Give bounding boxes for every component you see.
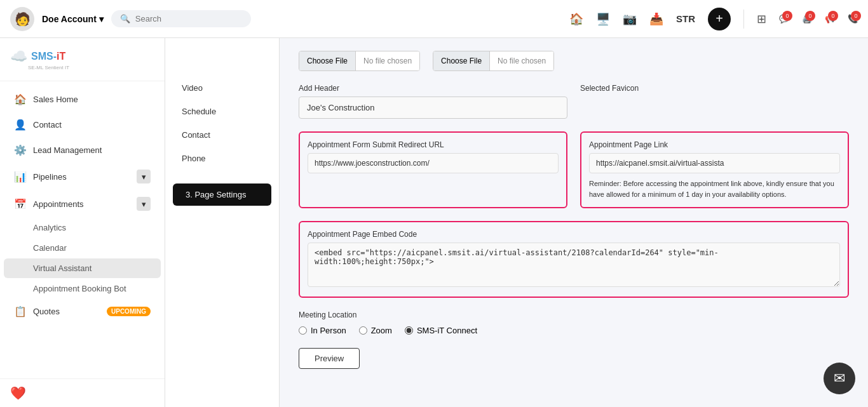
in-person-label: In Person: [311, 326, 346, 335]
message-badge-icon[interactable]: 💬 0: [779, 14, 789, 23]
header-favicon-row: Add Header Selected Favicon: [299, 84, 849, 119]
account-name-text: Doe Account: [42, 14, 97, 24]
sms-it-connect-label: SMS-iT Connect: [417, 326, 477, 335]
choose-file-button-1[interactable]: Choose File: [299, 51, 356, 70]
search-input[interactable]: [135, 14, 242, 23]
str-label[interactable]: STR: [676, 13, 695, 24]
sidebar-item-analytics[interactable]: Analytics: [4, 218, 161, 237]
account-name[interactable]: Doe Account ▾: [42, 14, 104, 24]
sidebar-item-label: Sales Home: [33, 95, 78, 104]
grid-icon[interactable]: ⊞: [757, 12, 766, 26]
meeting-location-radio-group: In Person Zoom SMS-iT Connect: [299, 326, 849, 335]
sec-item-contact[interactable]: Contact: [169, 124, 275, 146]
add-header-input[interactable]: [299, 97, 567, 119]
add-header-label: Add Header: [299, 84, 567, 93]
main-content: Choose File No file chosen Choose File N…: [280, 38, 868, 407]
sidebar-item-calendar[interactable]: Calendar: [4, 238, 161, 258]
sidebar-item-appointment-booking-bot[interactable]: Appointment Booking Bot: [4, 279, 161, 298]
appointment-page-link-label: Appointment Page Link: [589, 140, 840, 149]
appointment-page-link-reminder: Reminder: Before accessing the appointme…: [589, 178, 840, 199]
file-input-2: Choose File No file chosen: [433, 51, 554, 71]
appointment-page-link-input[interactable]: [589, 153, 840, 173]
chat-bubble-icon: ✉: [834, 370, 845, 387]
appointment-form-submit-url-label: Appointment Form Submit Redirect URL: [308, 140, 559, 149]
sec-item-phone[interactable]: Phone: [169, 147, 275, 170]
bell-badge-count: 0: [828, 11, 838, 21]
pipelines-icon: 📊: [14, 171, 27, 183]
camera-nav-icon[interactable]: 📷: [623, 12, 637, 26]
secondary-sidebar: Video Schedule Contact Phone 3. Page Set…: [165, 38, 280, 407]
sidebar-item-label: Appointments: [33, 199, 84, 209]
phone-badge-icon[interactable]: 📞 0: [848, 14, 858, 23]
appointments-icon: 📅: [14, 198, 27, 210]
appointment-links-row: Appointment Form Submit Redirect URL App…: [299, 131, 849, 208]
sidebar-item-quotes[interactable]: 📋 Quotes UPCOMING: [4, 299, 161, 324]
sidebar-item-appointments[interactable]: 📅 Appointments ▾: [4, 190, 161, 217]
appointment-form-submit-url-group: Appointment Form Submit Redirect URL: [299, 131, 567, 208]
file-input-1: Choose File No file chosen: [299, 51, 420, 71]
nav-icons-center: 🏠 🖥️ 📷 📥 STR + ⊞ 💬 0 🖨️ 0 📢 0 📞 0: [569, 8, 858, 30]
contact-icon: 👤: [14, 119, 27, 131]
search-bar[interactable]: 🔍: [111, 10, 251, 27]
in-person-radio[interactable]: [299, 326, 307, 335]
top-nav: 🧑 Doe Account ▾ 🔍 🏠 🖥️ 📷 📥 STR + ⊞ 💬 0 🖨…: [0, 0, 868, 38]
tray-nav-icon[interactable]: 📥: [649, 12, 663, 26]
it-text: iT: [57, 51, 65, 62]
sms-it-connect-radio[interactable]: [405, 326, 413, 335]
chevron-down-icon: ▾: [142, 199, 146, 209]
page-settings-step[interactable]: 3. Page Settings: [173, 183, 271, 206]
sms-it-connect-option[interactable]: SMS-iT Connect: [405, 326, 477, 335]
file-row: Choose File No file chosen Choose File N…: [299, 51, 849, 71]
sidebar-item-label: Contact: [33, 120, 62, 130]
choose-file-button-2[interactable]: Choose File: [433, 51, 490, 70]
phone-badge-count: 0: [851, 11, 861, 21]
no-file-chosen-1: No file chosen: [356, 51, 419, 70]
sidebar-item-virtual-assistant[interactable]: Virtual Assistant: [4, 258, 161, 278]
smsit-tagline: SE-ML Sentient IT: [28, 65, 69, 70]
smsit-name: SMS-iT: [31, 51, 65, 62]
print-badge-icon[interactable]: 🖨️ 0: [802, 14, 812, 23]
chevron-down-icon: ▾: [142, 172, 146, 182]
bell-badge-icon[interactable]: 📢 0: [825, 14, 835, 23]
smsit-logo: ☁️ SMS-iT SE-ML Sentient IT: [10, 48, 69, 70]
home-icon: 🏠: [14, 93, 27, 105]
meeting-location-label: Meeting Location: [299, 310, 849, 319]
zoom-radio[interactable]: [359, 326, 367, 335]
plus-button[interactable]: +: [708, 8, 731, 30]
quotes-badge: UPCOMING: [107, 307, 151, 316]
home-nav-icon[interactable]: 🏠: [569, 12, 583, 26]
monitor-nav-icon[interactable]: 🖥️: [596, 12, 610, 26]
add-header-group: Add Header: [299, 84, 567, 119]
sidebar-item-lead-management[interactable]: ⚙️ Lead Management: [4, 138, 161, 163]
chevron-down-icon: ▾: [99, 14, 104, 24]
sidebar-logo: ☁️ SMS-iT SE-ML Sentient IT: [0, 38, 165, 81]
embed-code-textarea[interactable]: <embed src="https://aicpanel.smsit.ai/vi…: [308, 243, 840, 287]
smsit-logo-top: ☁️ SMS-iT: [10, 48, 65, 65]
search-icon: 🔍: [120, 14, 130, 23]
sidebar-item-contact[interactable]: 👤 Contact: [4, 112, 161, 137]
lead-management-icon: ⚙️: [14, 144, 27, 156]
pipelines-chevron[interactable]: ▾: [137, 170, 151, 183]
sec-item-schedule[interactable]: Schedule: [169, 100, 275, 123]
account-avatar: 🧑: [10, 7, 34, 31]
selected-favicon-group: Selected Favicon: [580, 84, 849, 119]
chat-bubble-button[interactable]: ✉: [824, 363, 855, 394]
cloud-icon: ☁️: [10, 48, 27, 65]
in-person-option[interactable]: In Person: [299, 326, 346, 335]
sec-item-video[interactable]: Video: [169, 77, 275, 99]
appointment-page-link-group: Appointment Page Link Reminder: Before a…: [580, 131, 849, 208]
nav-separator: [743, 10, 744, 29]
zoom-label: Zoom: [371, 326, 392, 335]
appointments-chevron[interactable]: ▾: [137, 197, 151, 211]
preview-button[interactable]: Preview: [299, 348, 360, 369]
print-badge-count: 0: [805, 11, 815, 21]
zoom-option[interactable]: Zoom: [359, 326, 392, 335]
sidebar-item-pipelines[interactable]: 📊 Pipelines ▾: [4, 163, 161, 190]
embed-code-label: Appointment Page Embed Code: [308, 230, 840, 239]
appointment-form-submit-url-input[interactable]: [308, 153, 559, 173]
sidebar-item-sales-home[interactable]: 🏠 Sales Home: [4, 87, 161, 112]
message-badge-count: 0: [782, 11, 792, 21]
sidebar-item-label: Pipelines: [33, 172, 67, 182]
layout: ☁️ SMS-iT SE-ML Sentient IT 🏠 Sales Home…: [0, 38, 868, 407]
sms-text: SMS-: [31, 51, 57, 62]
